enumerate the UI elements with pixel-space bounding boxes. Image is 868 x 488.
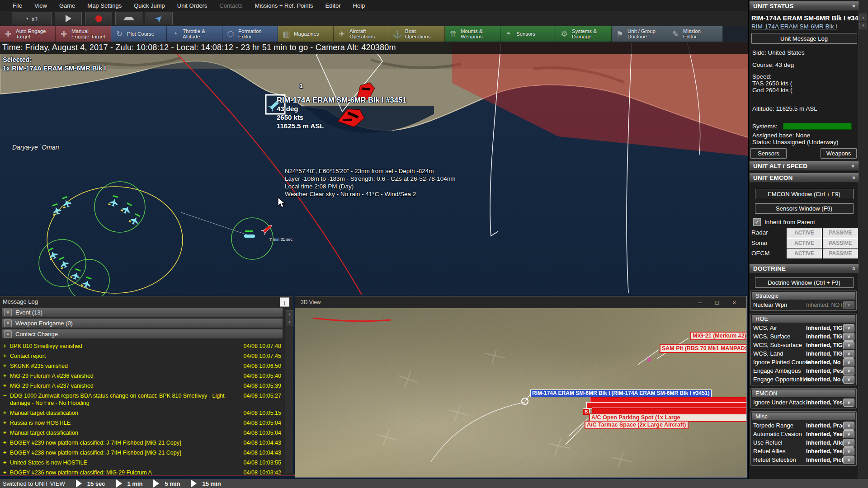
time-speed-option[interactable]: 1 min [110, 479, 143, 488]
toolbar-button[interactable]: ▥ Magazines [278, 26, 334, 42]
dropdown-icon[interactable]: ∨ [843, 301, 854, 309]
close-icon[interactable]: × [727, 299, 741, 306]
expand-icon[interactable]: + [3, 382, 6, 389]
passive-button[interactable]: PASSIVE [823, 238, 858, 248]
time-compression-button[interactable]: ◔ x1 [12, 12, 52, 25]
log-entry[interactable]: + United States is now HOSTILE 04/08 10:… [0, 458, 293, 468]
log-entry[interactable]: + BOGEY #236 now platform-classified: Mi… [0, 468, 293, 475]
active-button[interactable]: ACTIVE [787, 228, 822, 238]
doctrine-window-button[interactable]: Doctrine Window (Ctrl + F9) [755, 277, 854, 288]
menu-item[interactable]: Map Settings [87, 2, 122, 9]
dropdown-icon[interactable]: ∨ [843, 341, 854, 349]
dropdown-icon[interactable]: ∨ [843, 375, 854, 384]
log-entry[interactable]: + MiG-29 Fulcrum A #236 vanished 04/08 1… [0, 371, 293, 381]
dropdown-icon[interactable]: ∨ [843, 358, 854, 366]
friendly-aircraft-icon[interactable] [120, 202, 133, 215]
collapse-toggle-icon[interactable]: ▼ [4, 309, 12, 316]
dropdown-icon[interactable]: ∨ [843, 333, 854, 341]
maximize-icon[interactable]: □ [710, 299, 724, 306]
expand-icon[interactable]: + [3, 352, 6, 360]
menu-item[interactable]: Help [353, 2, 365, 9]
time-speed-option[interactable]: 5 min [147, 479, 180, 488]
collapse-toggle-icon[interactable]: ▼ [4, 319, 12, 327]
active-button[interactable]: ACTIVE [787, 249, 822, 258]
weapons-button[interactable]: Weapons [821, 148, 857, 159]
selected-unit-map-label[interactable]: RIM-174A ERAM SM-6MR Blk I #3451 43 deg … [277, 96, 406, 130]
expand-icon[interactable]: + [3, 429, 6, 436]
expand-icon[interactable]: + [3, 362, 6, 370]
toolbar-button[interactable]: ⬡ FormationEditor [222, 26, 278, 42]
log-entry[interactable]: + Manual target classification 04/08 10:… [0, 428, 293, 438]
menu-item[interactable]: Missions + Ref. Points [255, 2, 313, 9]
log-group-header[interactable]: ▼ Weapon Endgame (0) [2, 318, 283, 328]
menu-item[interactable]: File [13, 2, 22, 9]
toolbar-button[interactable]: ⚑ Unit / GroupDoctrine [612, 26, 667, 42]
friendly-aircraft-icon[interactable] [57, 256, 70, 270]
menu-item[interactable]: Editor [326, 2, 341, 9]
active-button[interactable]: ACTIVE [787, 238, 822, 248]
chevron-up-icon[interactable]: » [850, 4, 857, 7]
3d-label-tarmac[interactable]: A/C Tarmac Space (2x Large Aircraft) [585, 421, 689, 429]
3d-view-content[interactable]: ✈ ✈ ✈ ✈ MiG-21 (Merkum #2) SAM Plt (RBS … [295, 308, 746, 477]
doctrine-header[interactable]: DOCTRINE » [749, 263, 859, 273]
toolbar-button[interactable]: ⚓ BoatOperations [389, 26, 445, 42]
play-button[interactable] [55, 12, 82, 25]
sensors-button[interactable]: Sensors [750, 148, 787, 159]
passive-button[interactable]: PASSIVE [823, 249, 858, 258]
chevron-down-icon[interactable]: » [850, 164, 857, 167]
dropdown-icon[interactable]: ∨ [843, 430, 854, 438]
expand-icon[interactable]: + [3, 439, 6, 446]
expand-icon[interactable]: + [3, 372, 6, 380]
dropdown-icon[interactable]: ∨ [843, 350, 854, 358]
dropdown-icon[interactable]: ∨ [843, 399, 854, 407]
log-entry[interactable]: + SKUNK #235 vanished 04/08 10:06:50 [0, 361, 293, 371]
scroll-up-icon[interactable]: ▲ [859, 14, 867, 21]
dropdown-icon[interactable]: ∨ [843, 324, 854, 332]
log-group-header[interactable]: ▲ Contact Change [2, 329, 283, 339]
dropdown-icon[interactable]: ∨ [843, 422, 854, 430]
3d-label-mig[interactable]: MiG-21 (Merkum #2) [690, 332, 746, 340]
toolbar-button[interactable]: ↻ Plot Course [111, 26, 167, 42]
record-button[interactable] [85, 12, 112, 25]
quick-jump-button[interactable]: ➤ [146, 12, 173, 25]
menu-item[interactable]: Quick Jump [134, 2, 165, 9]
layers-button[interactable] [115, 12, 142, 25]
minimize-icon[interactable]: ─ [693, 299, 707, 306]
3d-label-sam[interactable]: SAM Plt (RBS 70 Mk1 MANPADS x 3) [660, 344, 746, 353]
log-entry[interactable]: + Contact report 04/08 10:07:45 [0, 351, 293, 361]
expand-icon[interactable]: − [3, 392, 6, 399]
3d-view-titlebar[interactable]: 3D View ─ □ × [295, 296, 746, 308]
sensors-window-button[interactable]: Sensors Window (F9) [755, 203, 854, 214]
log-entry[interactable]: + MiG-29 Fulcrum A #237 vanished 04/08 1… [0, 381, 293, 391]
emcon-window-button[interactable]: EMCON Window (Ctrl + F9) [755, 189, 854, 199]
3d-label-missile[interactable]: RIM-174A ERAM SM-6MR Blk I (RIM-174A ERA… [530, 389, 712, 397]
unit-status-header[interactable]: UNIT STATUS » [749, 1, 859, 11]
expand-icon[interactable]: + [3, 469, 6, 475]
log-scrollbar[interactable]: ▲ ▼ [285, 310, 293, 474]
scroll-down-icon[interactable]: ▼ [859, 22, 867, 29]
toolbar-button[interactable]: ✎ MissionEditor [667, 26, 723, 42]
sidebar-scrollbar[interactable]: ▲ ▼ [859, 0, 868, 488]
expand-icon[interactable]: + [3, 409, 6, 417]
log-entry[interactable]: − DDG 1000 Zumwalt reports BDA status ch… [0, 391, 293, 408]
log-entry[interactable]: + BOGEY #239 now platform-classified: J-… [0, 438, 293, 448]
unit-alt-speed-header[interactable]: UNIT ALT / SPEED » [749, 161, 859, 171]
passive-button[interactable]: PASSIVE [823, 228, 858, 238]
time-speed-option[interactable]: 15 min [184, 479, 221, 488]
toolbar-button[interactable]: ✚ Auto EngageTarget [0, 26, 56, 42]
log-entry[interactable]: + BOGEY #238 now platform-classified: J-… [0, 448, 293, 458]
unit-class-link[interactable]: RIM-174A ERAM SM-6MR Blk I [749, 23, 859, 30]
expand-icon[interactable]: + [3, 343, 6, 350]
log-entry[interactable]: + Manual target classification 04/08 10:… [0, 408, 293, 418]
toolbar-button[interactable]: ⚙ Systems &Damage [556, 26, 612, 42]
menu-item[interactable]: Contacts [219, 2, 242, 9]
dropdown-icon[interactable]: ∨ [843, 456, 854, 464]
menu-item[interactable]: Unit Orders [177, 2, 207, 9]
scroll-up-icon[interactable]: ▲ [286, 310, 293, 318]
log-entry[interactable]: + BPK 810 Smetlivyy vanished 04/08 10:07… [0, 341, 293, 351]
friendly-aircraft-icon[interactable] [108, 195, 119, 207]
collapse-toggle-icon[interactable]: ▲ [4, 330, 12, 338]
log-entry[interactable]: + Russia is now HOSTILE 04/08 10:05:04 [0, 418, 293, 428]
scroll-down-icon[interactable]: ▼ [286, 319, 293, 326]
log-group-header[interactable]: ▼ Event (13) [2, 307, 283, 317]
